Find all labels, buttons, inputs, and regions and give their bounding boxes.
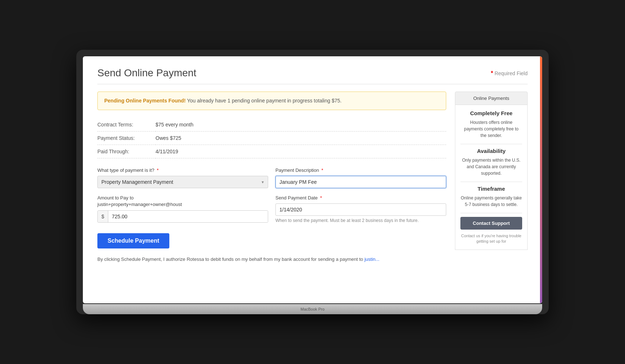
alert-bold: Pending Online Payments Found! — [104, 98, 186, 104]
payment-type-select[interactable]: Property Management Payment Rent Payment… — [97, 176, 268, 188]
authorization-text: By clicking Schedule Payment, I authoriz… — [97, 256, 446, 263]
send-date-group: Send Payment Date * When to send the pay… — [275, 195, 446, 224]
payment-description-group: Payment Description * — [275, 167, 446, 188]
sidebar-availability-text: Only payments within the U.S. and Canada… — [460, 157, 522, 177]
form-row-type-desc: What type of payment is it? * Property M… — [97, 167, 446, 188]
amount-recipient: justin+property+manager+owner@houst — [97, 202, 182, 207]
sidebar: Online Payments Completely Free Housters… — [455, 92, 528, 263]
payment-type-group: What type of payment is it? * Property M… — [97, 167, 268, 188]
currency-symbol: $ — [98, 211, 108, 222]
required-field-label: Required Field — [495, 70, 528, 76]
sidebar-free-title: Completely Free — [460, 110, 522, 116]
sidebar-availability-title: Availability — [460, 148, 522, 154]
sidebar-divider-1 — [460, 144, 522, 144]
amount-group: Amount to Pay to justin+property+manager… — [97, 195, 268, 224]
laptop-base: MacBook Pro — [83, 304, 542, 314]
send-date-hint: When to send the payment. Must be at lea… — [275, 218, 446, 224]
paid-through-label: Paid Through: — [97, 145, 156, 158]
alert-text: You already have 1 pending online paymen… — [187, 98, 342, 104]
info-row-payment-status: Payment Status: Owes $725 — [97, 132, 446, 145]
payment-status-value: Owes $725 — [156, 132, 446, 145]
contract-terms-value: $75 every month — [156, 118, 446, 132]
page-content: Send Online Payment * Required Field Pen… — [83, 56, 542, 303]
payment-type-label: What type of payment is it? * — [97, 167, 268, 174]
payment-description-input[interactable] — [275, 176, 446, 188]
laptop-screen: Send Online Payment * Required Field Pen… — [83, 56, 542, 303]
form-row-amount-date: Amount to Pay to justin+property+manager… — [97, 195, 446, 224]
payment-description-label: Payment Description * — [275, 167, 446, 174]
contract-info-table: Contract Terms: $75 every month Payment … — [97, 118, 446, 158]
sidebar-footer-text: Contact us if you're having trouble gett… — [460, 233, 522, 244]
main-layout: Pending Online Payments Found! You alrea… — [97, 92, 528, 263]
info-row-contract-terms: Contract Terms: $75 every month — [97, 118, 446, 132]
contact-support-button[interactable]: Contact Support — [460, 217, 522, 230]
req-star-desc: * — [320, 167, 323, 173]
contract-terms-label: Contract Terms: — [97, 118, 156, 132]
payment-type-select-wrapper: Property Management Payment Rent Payment… — [97, 176, 268, 188]
req-star-type: * — [156, 167, 159, 173]
laptop-base-label: MacBook Pro — [301, 307, 324, 311]
req-star-date: * — [319, 195, 322, 201]
amount-input-group: $ — [97, 210, 268, 223]
required-asterisk: * — [491, 70, 493, 77]
alert-banner: Pending Online Payments Found! You alrea… — [97, 92, 446, 110]
payment-status-label: Payment Status: — [97, 132, 156, 145]
amount-label: Amount to Pay to justin+property+manager… — [97, 195, 268, 208]
sidebar-divider-3 — [460, 213, 522, 213]
sidebar-tab-online-payments: Online Payments — [455, 92, 528, 105]
sidebar-body: Completely Free Housters offers online p… — [455, 105, 528, 250]
send-date-label: Send Payment Date * — [275, 195, 446, 201]
schedule-payment-button[interactable]: Schedule Payment — [97, 233, 169, 248]
send-date-input[interactable] — [275, 203, 446, 216]
sidebar-free-text: Housters offers online payments complete… — [460, 119, 522, 139]
sidebar-divider-2 — [460, 182, 522, 182]
color-accent-bar — [540, 56, 542, 303]
authorization-link[interactable]: justin... — [364, 256, 379, 262]
sidebar-timeframe-title: Timeframe — [460, 186, 522, 192]
page-header: Send Online Payment * Required Field — [97, 67, 528, 84]
sidebar-timeframe-text: Online payments generally take 5-7 busin… — [460, 195, 522, 208]
amount-input[interactable] — [108, 211, 268, 222]
form-section: Pending Online Payments Found! You alrea… — [97, 92, 446, 263]
required-field-note: * Required Field — [491, 70, 528, 77]
paid-through-value: 4/11/2019 — [156, 145, 446, 158]
page-title: Send Online Payment — [97, 67, 196, 79]
laptop-frame: Send Online Payment * Required Field Pen… — [76, 50, 549, 314]
info-row-paid-through: Paid Through: 4/11/2019 — [97, 145, 446, 158]
